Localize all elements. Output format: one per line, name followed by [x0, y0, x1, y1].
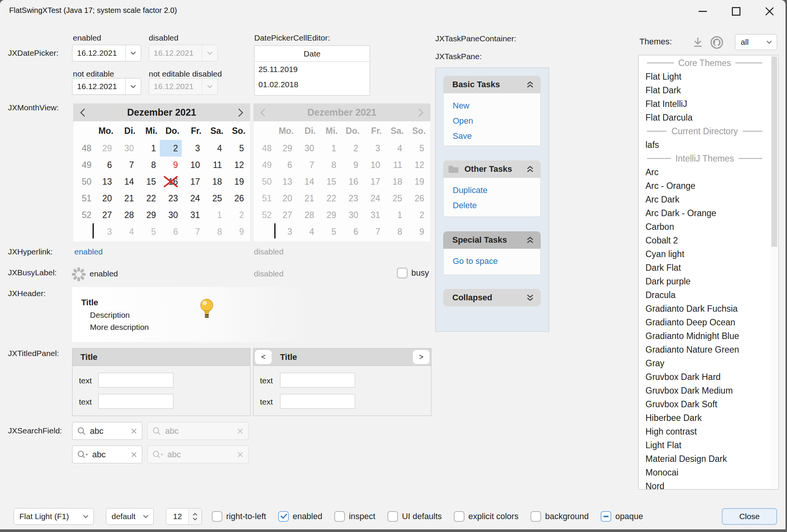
day-cell[interactable]: 13 [94, 173, 116, 190]
titledpanel-next-button[interactable]: > [413, 350, 430, 364]
day-cell[interactable]: 31 [182, 207, 204, 223]
titledpanel-prev-button[interactable]: < [255, 350, 272, 364]
download-icon[interactable] [691, 36, 704, 49]
theme-list-item[interactable]: lafs [639, 138, 771, 152]
day-cell[interactable]: 5 [138, 223, 160, 240]
minimize-button[interactable] [694, 4, 712, 19]
day-cell[interactable]: 1 [138, 140, 160, 157]
theme-list-item[interactable]: Gruvbox Dark Hard [639, 370, 771, 384]
collapse-icon[interactable] [526, 165, 535, 173]
spinner-up-icon[interactable] [192, 513, 198, 516]
option-checkbox[interactable]: inspect [334, 511, 375, 522]
day-cell[interactable]: 24 [182, 190, 204, 207]
option-checkbox[interactable]: opaque [601, 511, 643, 522]
text-input-2[interactable] [98, 394, 173, 409]
font-combobox[interactable]: default [106, 508, 154, 525]
clear-icon[interactable] [131, 451, 137, 458]
scrollbar-thumb[interactable] [771, 56, 777, 247]
day-cell[interactable]: 28 [116, 207, 138, 223]
searchfield-value[interactable]: abc [88, 450, 131, 460]
theme-list-item[interactable]: Arc Dark - Orange [639, 206, 771, 220]
table-row[interactable]: 25.11.2019 [255, 62, 370, 77]
datepicker-enabled-dropdown-button[interactable] [125, 45, 141, 61]
celleditor-table[interactable]: Date 25.11.201901.02.2018 [254, 46, 370, 96]
day-cell[interactable]: 30 [116, 140, 138, 157]
laf-combobox[interactable]: Flat Light (F1) [14, 508, 94, 525]
day-cell[interactable]: 8 [138, 157, 160, 173]
collapse-icon[interactable] [526, 80, 535, 89]
day-cell[interactable]: 12 [226, 157, 248, 173]
taskpane-other-header[interactable]: Other Tasks [443, 160, 541, 178]
theme-list-item[interactable]: Gradianto Deep Ocean [639, 315, 771, 329]
taskpane-link[interactable]: New [453, 101, 540, 111]
day-cell[interactable]: 6 [160, 223, 182, 240]
day-cell[interactable]: 30 [160, 207, 182, 223]
theme-list-item[interactable]: Light Flat [639, 438, 771, 452]
theme-list-item[interactable]: Flat Light [639, 70, 771, 83]
theme-list-item[interactable]: Cyan light [639, 247, 771, 261]
datepicker-not-editable[interactable]: 16.12.2021 [72, 78, 141, 95]
theme-list-item[interactable]: Dark Flat [639, 261, 771, 275]
checkbox-box[interactable] [334, 511, 345, 522]
close-window-button[interactable] [760, 4, 779, 19]
checkbox-box[interactable] [397, 268, 408, 278]
day-cell[interactable]: 4 [116, 223, 138, 240]
theme-list-item[interactable]: IntelliJ Themes [639, 152, 771, 165]
theme-list-item[interactable]: Monocai [639, 466, 771, 479]
option-checkbox[interactable]: right-to-left [212, 511, 266, 522]
option-checkbox[interactable]: explicit colors [454, 511, 518, 522]
theme-list-item[interactable]: Gradianto Midnight Blue [639, 329, 771, 343]
day-cell[interactable]: 16 [160, 173, 182, 190]
theme-list-item[interactable]: Dracula [639, 288, 771, 302]
celleditor-column-header[interactable]: Date [255, 46, 370, 62]
option-checkbox[interactable]: UI defaults [387, 511, 442, 522]
option-checkbox[interactable]: background [530, 511, 589, 522]
taskpane-link[interactable]: Go to space [453, 256, 540, 266]
busy-checkbox[interactable]: busy [397, 268, 429, 278]
theme-list-item[interactable]: Carbon [639, 220, 771, 234]
day-cell[interactable]: 11 [204, 157, 226, 173]
searchfield-value[interactable]: abc [86, 426, 131, 436]
theme-list-item[interactable]: Arc [639, 165, 771, 179]
day-cell[interactable]: 21 [116, 190, 138, 207]
day-cell[interactable]: 7 [116, 157, 138, 173]
day-cell[interactable]: 27 [94, 207, 116, 223]
taskpane-link[interactable]: Open [453, 116, 540, 126]
taskpane-basic-header[interactable]: Basic Tasks [443, 76, 541, 93]
taskpane-link[interactable]: Save [453, 131, 540, 141]
search-menu-icon[interactable] [77, 450, 88, 459]
themes-filter-combobox[interactable]: all [735, 34, 777, 50]
day-cell[interactable]: 14 [116, 173, 138, 190]
theme-list-item[interactable]: Current Directory [639, 124, 771, 138]
theme-list-item[interactable]: Arc - Orange [639, 179, 771, 193]
checkbox-box[interactable] [387, 511, 398, 522]
day-cell[interactable]: 6 [94, 157, 116, 173]
day-cell[interactable]: 22 [138, 190, 160, 207]
day-cell[interactable]: 29 [94, 140, 116, 157]
themes-list[interactable]: Core ThemesFlat LightFlat DarkFlat Intel… [638, 55, 779, 490]
clear-icon[interactable] [131, 428, 137, 435]
theme-list-item[interactable]: Gradianto Dark Fuchsia [639, 302, 771, 315]
theme-list-item[interactable]: Dark purple [639, 275, 771, 288]
checkbox-box[interactable] [278, 511, 289, 522]
taskpane-special-header[interactable]: Special Tasks [443, 231, 541, 249]
day-cell[interactable]: 4 [204, 140, 226, 157]
option-checkbox[interactable]: enabled [278, 511, 322, 522]
table-row[interactable]: 01.02.2018 [255, 77, 370, 92]
searchfield-with-menu-enabled[interactable]: abc [72, 446, 142, 463]
taskpane-link[interactable]: Duplicate [453, 185, 540, 195]
theme-list-item[interactable]: Hiberbee Dark [639, 411, 771, 425]
github-icon[interactable] [710, 36, 723, 49]
day-cell[interactable]: 9 [160, 157, 182, 173]
theme-list-item[interactable]: Flat IntelliJ [639, 97, 771, 111]
day-cell[interactable]: 15 [138, 173, 160, 190]
theme-list-item[interactable]: Gradianto Nature Green [639, 343, 771, 356]
theme-list-item[interactable]: Gruvbox Dark Soft [639, 397, 771, 411]
day-cell[interactable]: 1 [204, 207, 226, 223]
checkbox-box[interactable] [454, 511, 464, 522]
theme-list-item[interactable]: Material Design Dark [639, 452, 771, 466]
datepicker-enabled-value[interactable]: 16.12.2021 [72, 49, 125, 58]
day-cell[interactable]: 19 [226, 173, 248, 190]
theme-list-item[interactable]: Core Themes [639, 56, 771, 70]
theme-list-item[interactable]: Gruvbox Dark Medium [639, 384, 771, 397]
